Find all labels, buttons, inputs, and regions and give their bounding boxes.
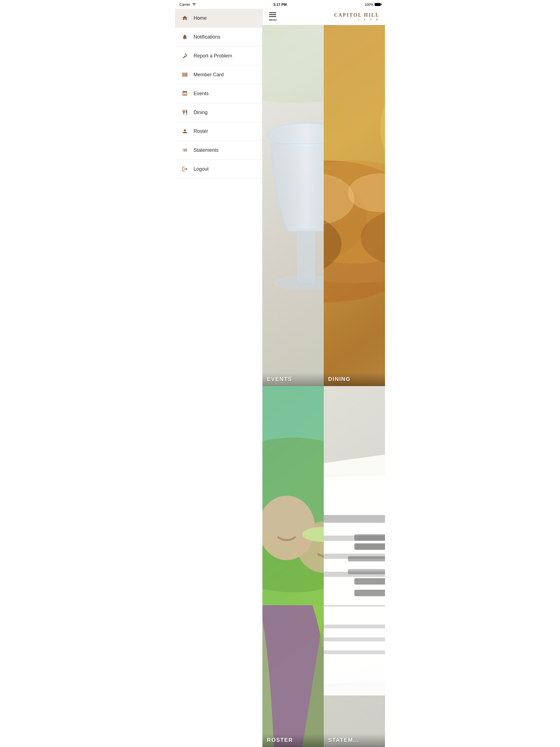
sidebar-label-logout: Logout xyxy=(194,166,209,172)
calendar-icon: 30 xyxy=(180,89,189,98)
roster-tile-overlay: ROSTER xyxy=(262,733,324,747)
list-icon xyxy=(180,146,189,154)
svg-point-12 xyxy=(262,25,324,103)
logout-icon xyxy=(180,164,189,173)
status-bar: Carrier 3:17 PM 100% xyxy=(175,0,385,9)
svg-rect-0 xyxy=(182,73,183,77)
status-left: Carrier xyxy=(179,2,196,6)
sidebar-label-notifications: Notifications xyxy=(194,34,221,40)
carrier-label: Carrier xyxy=(179,2,190,6)
tile-roster[interactable]: ROSTER xyxy=(262,386,324,747)
svg-rect-66 xyxy=(324,605,385,607)
brand-name: CAPITOL HILL xyxy=(334,12,380,18)
sidebar-label-dining: Dining xyxy=(194,110,207,115)
battery-percent: 100% xyxy=(364,2,374,6)
dining-tile-label: DINING xyxy=(328,376,351,382)
dining-tile-overlay: DINING xyxy=(324,373,385,386)
header: MENU CAPITOL HILL C L U B xyxy=(262,9,385,25)
wifi-icon xyxy=(192,2,196,6)
menu-line-3 xyxy=(269,16,276,17)
app-layout: Home Notifications Report a Problem xyxy=(175,9,385,747)
menu-line-2 xyxy=(269,14,276,15)
main-content: MENU CAPITOL HILL C L U B xyxy=(262,9,385,747)
sidebar-label-member-card: Member Card xyxy=(194,72,224,78)
status-right: 100% xyxy=(364,2,381,6)
status-time: 3:17 PM xyxy=(273,2,286,6)
svg-point-20 xyxy=(275,277,324,289)
events-tile-overlay: EVENTS xyxy=(262,373,324,386)
svg-rect-56 xyxy=(324,515,385,522)
sidebar-label-events: Events xyxy=(194,91,209,97)
sidebar-label-statements: Statements xyxy=(194,147,219,153)
svg-rect-1 xyxy=(183,73,183,77)
statements-tile-label: STATEM... xyxy=(328,737,359,743)
svg-rect-69 xyxy=(324,650,385,654)
dining-image xyxy=(324,25,385,386)
menu-line-1 xyxy=(269,12,276,13)
svg-rect-65 xyxy=(354,590,385,596)
svg-rect-6 xyxy=(186,73,187,77)
svg-rect-9 xyxy=(262,25,324,386)
svg-rect-63 xyxy=(354,543,385,550)
svg-rect-55 xyxy=(324,483,385,696)
statements-image xyxy=(324,386,385,747)
svg-rect-62 xyxy=(348,569,385,574)
brand-sub: C L U B xyxy=(334,18,380,21)
sidebar-item-roster[interactable]: Roster xyxy=(175,122,262,141)
wrench-icon xyxy=(180,51,189,60)
roster-image xyxy=(262,386,324,747)
sidebar-item-logout[interactable]: Logout xyxy=(175,160,262,179)
events-tile-label: EVENTS xyxy=(267,376,292,382)
svg-text:30: 30 xyxy=(184,94,185,96)
sidebar-item-events[interactable]: 30 Events xyxy=(175,84,262,103)
menu-label: MENU xyxy=(269,19,277,21)
tile-events[interactable]: EVENTS xyxy=(262,25,324,386)
barcode-icon xyxy=(180,70,189,79)
sidebar: Home Notifications Report a Problem xyxy=(175,9,262,747)
svg-rect-68 xyxy=(324,637,385,641)
sidebar-item-statements[interactable]: Statements xyxy=(175,141,262,160)
brand-title: CAPITOL HILL C L U B xyxy=(334,12,380,21)
person-icon xyxy=(180,127,189,136)
svg-rect-64 xyxy=(354,578,385,585)
svg-rect-4 xyxy=(185,73,185,77)
bell-icon xyxy=(180,32,189,41)
events-image xyxy=(262,25,324,386)
svg-rect-19 xyxy=(297,229,315,283)
fork-knife-icon xyxy=(180,108,189,117)
svg-rect-61 xyxy=(348,556,385,561)
sidebar-item-dining[interactable]: Dining xyxy=(175,103,262,122)
tile-dining[interactable]: DINING xyxy=(324,25,385,386)
svg-rect-5 xyxy=(186,73,186,77)
home-icon xyxy=(180,14,189,22)
sidebar-item-report-problem[interactable]: Report a Problem xyxy=(175,47,262,66)
svg-rect-60 xyxy=(354,534,385,541)
sidebar-item-home[interactable]: Home xyxy=(175,9,262,28)
sidebar-item-member-card[interactable]: Member Card xyxy=(175,66,262,84)
tiles-grid: EVENTS xyxy=(262,25,385,747)
svg-rect-2 xyxy=(183,73,184,77)
menu-button[interactable]: MENU xyxy=(268,11,278,22)
tile-statements[interactable]: STATEM... xyxy=(324,386,385,747)
svg-rect-67 xyxy=(324,624,385,628)
battery-icon xyxy=(375,3,381,6)
sidebar-label-report-problem: Report a Problem xyxy=(194,53,232,59)
roster-tile-label: ROSTER xyxy=(267,737,293,743)
sidebar-label-roster: Roster xyxy=(194,129,208,134)
svg-point-18 xyxy=(268,123,324,146)
svg-rect-7 xyxy=(187,73,187,77)
sidebar-label-home: Home xyxy=(194,15,207,21)
statements-tile-overlay: STATEM... xyxy=(324,733,385,747)
sidebar-item-notifications[interactable]: Notifications xyxy=(175,28,262,47)
